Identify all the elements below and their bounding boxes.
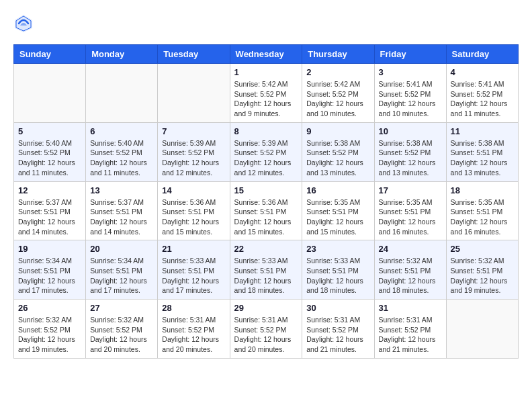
day-number: 8 bbox=[234, 126, 298, 136]
calendar-cell: 4Sunrise: 5:41 AM Sunset: 5:52 PM Daylig… bbox=[446, 64, 518, 123]
day-info: Sunrise: 5:36 AM Sunset: 5:51 PM Dayligh… bbox=[162, 197, 225, 237]
calendar-cell: 5Sunrise: 5:40 AM Sunset: 5:52 PM Daylig… bbox=[14, 122, 86, 181]
calendar-cell: 8Sunrise: 5:39 AM Sunset: 5:52 PM Daylig… bbox=[230, 122, 302, 181]
day-info: Sunrise: 5:35 AM Sunset: 5:51 PM Dayligh… bbox=[451, 197, 514, 237]
calendar-cell bbox=[14, 64, 86, 123]
day-info: Sunrise: 5:32 AM Sunset: 5:52 PM Dayligh… bbox=[18, 315, 81, 355]
day-number: 21 bbox=[162, 244, 225, 254]
day-info: Sunrise: 5:33 AM Sunset: 5:51 PM Dayligh… bbox=[162, 256, 225, 295]
calendar-cell: 24Sunrise: 5:32 AM Sunset: 5:51 PM Dayli… bbox=[374, 240, 446, 300]
day-info: Sunrise: 5:38 AM Sunset: 5:52 PM Dayligh… bbox=[379, 138, 442, 178]
calendar-cell: 31Sunrise: 5:31 AM Sunset: 5:52 PM Dayli… bbox=[374, 300, 446, 359]
calendar-table: SundayMondayTuesdayWednesdayThursdayFrid… bbox=[13, 44, 519, 359]
calendar-cell: 13Sunrise: 5:37 AM Sunset: 5:51 PM Dayli… bbox=[86, 181, 158, 240]
day-info: Sunrise: 5:31 AM Sunset: 5:52 PM Dayligh… bbox=[162, 315, 225, 355]
calendar-week-row: 19Sunrise: 5:34 AM Sunset: 5:51 PM Dayli… bbox=[14, 240, 519, 300]
day-number: 7 bbox=[162, 126, 225, 136]
day-number: 3 bbox=[379, 67, 442, 77]
day-number: 13 bbox=[90, 185, 153, 195]
weekday-header: Thursday bbox=[302, 45, 374, 64]
weekday-header: Wednesday bbox=[230, 45, 302, 64]
day-number: 20 bbox=[90, 244, 153, 254]
calendar-cell: 25Sunrise: 5:32 AM Sunset: 5:51 PM Dayli… bbox=[446, 240, 518, 300]
day-number: 6 bbox=[90, 126, 153, 136]
weekday-header: Tuesday bbox=[158, 45, 230, 64]
day-info: Sunrise: 5:38 AM Sunset: 5:51 PM Dayligh… bbox=[451, 138, 514, 178]
day-info: Sunrise: 5:41 AM Sunset: 5:52 PM Dayligh… bbox=[379, 79, 442, 119]
calendar-cell: 21Sunrise: 5:33 AM Sunset: 5:51 PM Dayli… bbox=[158, 240, 230, 300]
day-info: Sunrise: 5:40 AM Sunset: 5:52 PM Dayligh… bbox=[18, 138, 81, 178]
day-number: 15 bbox=[234, 185, 298, 195]
weekday-header: Friday bbox=[374, 45, 446, 64]
day-number: 10 bbox=[379, 126, 442, 136]
day-info: Sunrise: 5:31 AM Sunset: 5:52 PM Dayligh… bbox=[379, 315, 442, 355]
day-number: 18 bbox=[451, 185, 514, 195]
calendar-cell: 12Sunrise: 5:37 AM Sunset: 5:51 PM Dayli… bbox=[14, 181, 86, 240]
day-number: 2 bbox=[306, 67, 369, 77]
calendar-week-row: 5Sunrise: 5:40 AM Sunset: 5:52 PM Daylig… bbox=[14, 122, 519, 181]
day-info: Sunrise: 5:32 AM Sunset: 5:52 PM Dayligh… bbox=[90, 315, 153, 355]
day-number: 1 bbox=[234, 67, 298, 77]
day-info: Sunrise: 5:31 AM Sunset: 5:52 PM Dayligh… bbox=[306, 315, 369, 355]
calendar-cell: 22Sunrise: 5:33 AM Sunset: 5:51 PM Dayli… bbox=[230, 240, 302, 300]
day-info: Sunrise: 5:41 AM Sunset: 5:52 PM Dayligh… bbox=[451, 79, 514, 119]
weekday-header: Sunday bbox=[14, 45, 86, 64]
calendar-cell: 30Sunrise: 5:31 AM Sunset: 5:52 PM Dayli… bbox=[302, 300, 374, 359]
calendar-cell: 27Sunrise: 5:32 AM Sunset: 5:52 PM Dayli… bbox=[86, 300, 158, 359]
day-info: Sunrise: 5:38 AM Sunset: 5:52 PM Dayligh… bbox=[306, 138, 369, 178]
calendar-cell: 29Sunrise: 5:31 AM Sunset: 5:52 PM Dayli… bbox=[230, 300, 302, 359]
day-info: Sunrise: 5:42 AM Sunset: 5:52 PM Dayligh… bbox=[306, 79, 369, 119]
day-number: 29 bbox=[234, 303, 298, 313]
calendar-cell: 2Sunrise: 5:42 AM Sunset: 5:52 PM Daylig… bbox=[302, 64, 374, 123]
day-number: 27 bbox=[90, 303, 153, 313]
calendar-cell: 23Sunrise: 5:33 AM Sunset: 5:51 PM Dayli… bbox=[302, 240, 374, 300]
day-info: Sunrise: 5:42 AM Sunset: 5:52 PM Dayligh… bbox=[234, 79, 298, 119]
calendar-cell: 6Sunrise: 5:40 AM Sunset: 5:52 PM Daylig… bbox=[86, 122, 158, 181]
day-number: 30 bbox=[306, 303, 369, 313]
day-info: Sunrise: 5:35 AM Sunset: 5:51 PM Dayligh… bbox=[379, 197, 442, 237]
page-header bbox=[13, 13, 519, 34]
day-info: Sunrise: 5:40 AM Sunset: 5:52 PM Dayligh… bbox=[90, 138, 153, 178]
calendar-cell: 9Sunrise: 5:38 AM Sunset: 5:52 PM Daylig… bbox=[302, 122, 374, 181]
calendar-cell bbox=[86, 64, 158, 123]
calendar-cell: 14Sunrise: 5:36 AM Sunset: 5:51 PM Dayli… bbox=[158, 181, 230, 240]
day-number: 4 bbox=[451, 67, 514, 77]
day-number: 19 bbox=[18, 244, 81, 254]
day-number: 24 bbox=[379, 244, 442, 254]
day-number: 12 bbox=[18, 185, 81, 195]
calendar-cell bbox=[446, 300, 518, 359]
calendar-cell: 17Sunrise: 5:35 AM Sunset: 5:51 PM Dayli… bbox=[374, 181, 446, 240]
calendar-cell: 15Sunrise: 5:36 AM Sunset: 5:51 PM Dayli… bbox=[230, 181, 302, 240]
day-info: Sunrise: 5:35 AM Sunset: 5:51 PM Dayligh… bbox=[306, 197, 369, 237]
calendar-cell: 1Sunrise: 5:42 AM Sunset: 5:52 PM Daylig… bbox=[230, 64, 302, 123]
calendar-week-row: 26Sunrise: 5:32 AM Sunset: 5:52 PM Dayli… bbox=[14, 300, 519, 359]
day-info: Sunrise: 5:39 AM Sunset: 5:52 PM Dayligh… bbox=[234, 138, 298, 178]
logo bbox=[13, 13, 38, 34]
day-number: 28 bbox=[162, 303, 225, 313]
day-info: Sunrise: 5:37 AM Sunset: 5:51 PM Dayligh… bbox=[90, 197, 153, 237]
calendar-cell: 26Sunrise: 5:32 AM Sunset: 5:52 PM Dayli… bbox=[14, 300, 86, 359]
day-info: Sunrise: 5:33 AM Sunset: 5:51 PM Dayligh… bbox=[234, 256, 298, 295]
day-info: Sunrise: 5:34 AM Sunset: 5:51 PM Dayligh… bbox=[90, 256, 153, 295]
day-number: 23 bbox=[306, 244, 369, 254]
day-number: 11 bbox=[451, 126, 514, 136]
calendar-cell: 18Sunrise: 5:35 AM Sunset: 5:51 PM Dayli… bbox=[446, 181, 518, 240]
day-number: 9 bbox=[306, 126, 369, 136]
calendar-cell: 11Sunrise: 5:38 AM Sunset: 5:51 PM Dayli… bbox=[446, 122, 518, 181]
calendar-cell: 19Sunrise: 5:34 AM Sunset: 5:51 PM Dayli… bbox=[14, 240, 86, 300]
calendar-cell: 16Sunrise: 5:35 AM Sunset: 5:51 PM Dayli… bbox=[302, 181, 374, 240]
calendar-week-row: 1Sunrise: 5:42 AM Sunset: 5:52 PM Daylig… bbox=[14, 64, 519, 123]
calendar-cell: 28Sunrise: 5:31 AM Sunset: 5:52 PM Dayli… bbox=[158, 300, 230, 359]
day-info: Sunrise: 5:32 AM Sunset: 5:51 PM Dayligh… bbox=[451, 256, 514, 295]
day-number: 25 bbox=[451, 244, 514, 254]
day-info: Sunrise: 5:34 AM Sunset: 5:51 PM Dayligh… bbox=[18, 256, 81, 295]
day-number: 14 bbox=[162, 185, 225, 195]
calendar-cell: 20Sunrise: 5:34 AM Sunset: 5:51 PM Dayli… bbox=[86, 240, 158, 300]
day-info: Sunrise: 5:31 AM Sunset: 5:52 PM Dayligh… bbox=[234, 315, 298, 355]
calendar-week-row: 12Sunrise: 5:37 AM Sunset: 5:51 PM Dayli… bbox=[14, 181, 519, 240]
day-number: 31 bbox=[379, 303, 442, 313]
day-number: 17 bbox=[379, 185, 442, 195]
day-number: 16 bbox=[306, 185, 369, 195]
day-info: Sunrise: 5:39 AM Sunset: 5:52 PM Dayligh… bbox=[162, 138, 225, 178]
day-info: Sunrise: 5:33 AM Sunset: 5:51 PM Dayligh… bbox=[306, 256, 369, 295]
